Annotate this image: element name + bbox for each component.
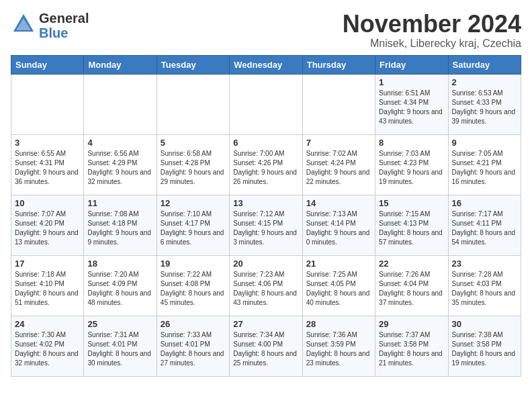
day-number: 15 xyxy=(379,198,444,208)
day-number: 5 xyxy=(161,138,226,148)
calendar-cell xyxy=(84,74,157,134)
calendar-cell: 10Sunrise: 7:07 AM Sunset: 4:20 PM Dayli… xyxy=(11,195,84,255)
day-info: Sunrise: 7:31 AM Sunset: 4:01 PM Dayligh… xyxy=(87,330,152,368)
day-info: Sunrise: 7:07 AM Sunset: 4:20 PM Dayligh… xyxy=(15,210,80,247)
day-number: 30 xyxy=(452,319,517,329)
day-number: 8 xyxy=(379,138,444,148)
day-number: 27 xyxy=(233,319,298,329)
day-info: Sunrise: 7:37 AM Sunset: 3:58 PM Dayligh… xyxy=(379,330,444,368)
day-info: Sunrise: 7:33 AM Sunset: 4:01 PM Dayligh… xyxy=(161,330,226,368)
calendar-cell: 22Sunrise: 7:26 AM Sunset: 4:04 PM Dayli… xyxy=(375,255,448,316)
location-subtitle: Mnisek, Liberecky kraj, Czechia xyxy=(343,38,521,50)
weekday-sunday: Sunday xyxy=(11,55,84,74)
calendar-cell: 8Sunrise: 7:03 AM Sunset: 4:23 PM Daylig… xyxy=(375,134,448,195)
month-title: November 2024 xyxy=(343,11,521,38)
calendar-cell: 23Sunrise: 7:28 AM Sunset: 4:03 PM Dayli… xyxy=(448,255,521,316)
day-info: Sunrise: 7:12 AM Sunset: 4:15 PM Dayligh… xyxy=(233,210,298,247)
calendar-week-row: 3Sunrise: 6:55 AM Sunset: 4:31 PM Daylig… xyxy=(11,134,521,195)
calendar-cell: 5Sunrise: 6:58 AM Sunset: 4:28 PM Daylig… xyxy=(157,134,229,195)
title-section: November 2024 Mnisek, Liberecky kraj, Cz… xyxy=(343,11,521,50)
day-number: 21 xyxy=(306,259,371,269)
calendar-week-row: 10Sunrise: 7:07 AM Sunset: 4:20 PM Dayli… xyxy=(11,195,521,255)
day-info: Sunrise: 7:26 AM Sunset: 4:04 PM Dayligh… xyxy=(379,270,444,308)
calendar-cell: 13Sunrise: 7:12 AM Sunset: 4:15 PM Dayli… xyxy=(230,195,302,255)
calendar-cell: 1Sunrise: 6:51 AM Sunset: 4:34 PM Daylig… xyxy=(375,74,448,134)
calendar-cell: 26Sunrise: 7:33 AM Sunset: 4:01 PM Dayli… xyxy=(157,316,229,376)
calendar-cell: 2Sunrise: 6:53 AM Sunset: 4:33 PM Daylig… xyxy=(448,74,521,134)
day-number: 23 xyxy=(452,259,517,269)
day-info: Sunrise: 7:18 AM Sunset: 4:10 PM Dayligh… xyxy=(15,270,80,308)
day-number: 12 xyxy=(161,198,226,208)
day-number: 24 xyxy=(15,319,80,329)
calendar-cell: 4Sunrise: 6:56 AM Sunset: 4:29 PM Daylig… xyxy=(84,134,157,195)
calendar-cell: 28Sunrise: 7:36 AM Sunset: 3:59 PM Dayli… xyxy=(302,316,375,376)
day-info: Sunrise: 7:15 AM Sunset: 4:13 PM Dayligh… xyxy=(379,210,444,247)
calendar-week-row: 1Sunrise: 6:51 AM Sunset: 4:34 PM Daylig… xyxy=(11,74,521,134)
day-number: 3 xyxy=(15,138,80,148)
calendar-cell xyxy=(230,74,302,134)
calendar-cell: 12Sunrise: 7:10 AM Sunset: 4:17 PM Dayli… xyxy=(157,195,229,255)
day-info: Sunrise: 7:23 AM Sunset: 4:06 PM Dayligh… xyxy=(233,270,298,308)
calendar-cell: 30Sunrise: 7:38 AM Sunset: 3:58 PM Dayli… xyxy=(448,316,521,376)
day-info: Sunrise: 7:22 AM Sunset: 4:08 PM Dayligh… xyxy=(161,270,226,308)
day-info: Sunrise: 7:10 AM Sunset: 4:17 PM Dayligh… xyxy=(161,210,226,247)
day-number: 29 xyxy=(379,319,444,329)
day-info: Sunrise: 7:30 AM Sunset: 4:02 PM Dayligh… xyxy=(15,330,80,368)
day-number: 28 xyxy=(306,319,371,329)
logo: General Blue xyxy=(11,11,89,40)
weekday-monday: Monday xyxy=(84,55,157,74)
day-info: Sunrise: 7:03 AM Sunset: 4:23 PM Dayligh… xyxy=(379,149,444,187)
day-number: 16 xyxy=(452,198,517,208)
calendar-cell xyxy=(11,74,84,134)
day-info: Sunrise: 7:34 AM Sunset: 4:00 PM Dayligh… xyxy=(233,330,298,368)
day-number: 7 xyxy=(306,138,371,148)
calendar-cell: 16Sunrise: 7:17 AM Sunset: 4:11 PM Dayli… xyxy=(448,195,521,255)
day-number: 1 xyxy=(379,77,444,87)
page-header: General Blue November 2024 Mnisek, Liber… xyxy=(11,11,521,50)
logo-icon xyxy=(11,11,36,37)
calendar-table: SundayMondayTuesdayWednesdayThursdayFrid… xyxy=(11,55,521,377)
calendar-cell: 15Sunrise: 7:15 AM Sunset: 4:13 PM Dayli… xyxy=(375,195,448,255)
day-info: Sunrise: 7:38 AM Sunset: 3:58 PM Dayligh… xyxy=(452,330,517,368)
logo-general-text: General xyxy=(39,11,89,26)
day-number: 11 xyxy=(87,198,152,208)
day-info: Sunrise: 6:53 AM Sunset: 4:33 PM Dayligh… xyxy=(452,89,517,126)
day-number: 10 xyxy=(15,198,80,208)
weekday-thursday: Thursday xyxy=(302,55,375,74)
day-info: Sunrise: 6:51 AM Sunset: 4:34 PM Dayligh… xyxy=(379,89,444,126)
calendar-week-row: 24Sunrise: 7:30 AM Sunset: 4:02 PM Dayli… xyxy=(11,316,521,376)
calendar-cell: 19Sunrise: 7:22 AM Sunset: 4:08 PM Dayli… xyxy=(157,255,229,316)
day-info: Sunrise: 7:13 AM Sunset: 4:14 PM Dayligh… xyxy=(306,210,371,247)
calendar-cell: 25Sunrise: 7:31 AM Sunset: 4:01 PM Dayli… xyxy=(84,316,157,376)
day-info: Sunrise: 7:17 AM Sunset: 4:11 PM Dayligh… xyxy=(452,210,517,247)
day-number: 17 xyxy=(15,259,80,269)
calendar-header: SundayMondayTuesdayWednesdayThursdayFrid… xyxy=(11,55,521,74)
day-info: Sunrise: 7:25 AM Sunset: 4:05 PM Dayligh… xyxy=(306,270,371,308)
day-info: Sunrise: 6:56 AM Sunset: 4:29 PM Dayligh… xyxy=(87,149,152,187)
day-number: 14 xyxy=(306,198,371,208)
day-info: Sunrise: 7:36 AM Sunset: 3:59 PM Dayligh… xyxy=(306,330,371,368)
day-info: Sunrise: 6:58 AM Sunset: 4:28 PM Dayligh… xyxy=(161,149,226,187)
day-number: 22 xyxy=(379,259,444,269)
calendar-week-row: 17Sunrise: 7:18 AM Sunset: 4:10 PM Dayli… xyxy=(11,255,521,316)
weekday-header-row: SundayMondayTuesdayWednesdayThursdayFrid… xyxy=(11,55,521,74)
day-info: Sunrise: 7:02 AM Sunset: 4:24 PM Dayligh… xyxy=(306,149,371,187)
day-info: Sunrise: 7:00 AM Sunset: 4:26 PM Dayligh… xyxy=(233,149,298,187)
weekday-tuesday: Tuesday xyxy=(157,55,229,74)
day-number: 4 xyxy=(87,138,152,148)
day-number: 18 xyxy=(87,259,152,269)
day-info: Sunrise: 7:28 AM Sunset: 4:03 PM Dayligh… xyxy=(452,270,517,308)
calendar-cell: 29Sunrise: 7:37 AM Sunset: 3:58 PM Dayli… xyxy=(375,316,448,376)
day-number: 25 xyxy=(87,319,152,329)
day-number: 26 xyxy=(161,319,226,329)
calendar-cell: 14Sunrise: 7:13 AM Sunset: 4:14 PM Dayli… xyxy=(302,195,375,255)
calendar-cell: 3Sunrise: 6:55 AM Sunset: 4:31 PM Daylig… xyxy=(11,134,84,195)
calendar-body: 1Sunrise: 6:51 AM Sunset: 4:34 PM Daylig… xyxy=(11,74,521,376)
calendar-cell: 7Sunrise: 7:02 AM Sunset: 4:24 PM Daylig… xyxy=(302,134,375,195)
day-info: Sunrise: 7:08 AM Sunset: 4:18 PM Dayligh… xyxy=(87,210,152,247)
day-info: Sunrise: 6:55 AM Sunset: 4:31 PM Dayligh… xyxy=(15,149,80,187)
calendar-cell: 24Sunrise: 7:30 AM Sunset: 4:02 PM Dayli… xyxy=(11,316,84,376)
day-number: 13 xyxy=(233,198,298,208)
calendar-cell: 18Sunrise: 7:20 AM Sunset: 4:09 PM Dayli… xyxy=(84,255,157,316)
day-number: 6 xyxy=(233,138,298,148)
